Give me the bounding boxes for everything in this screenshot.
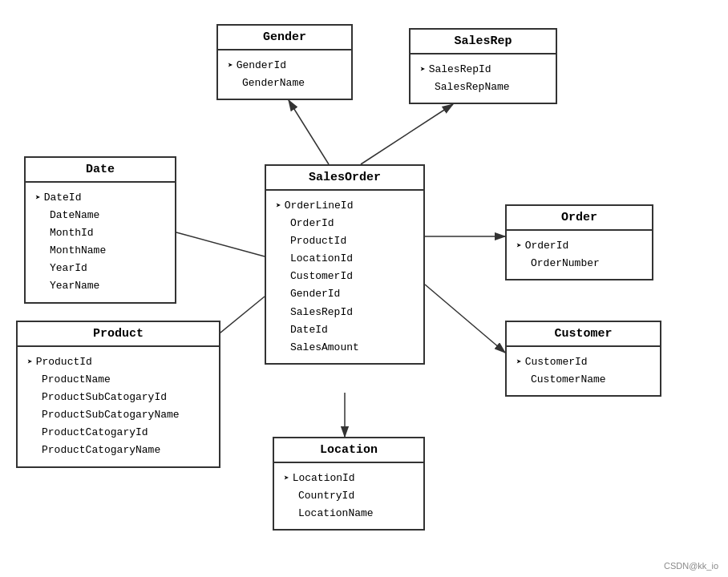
field-salesrep-id: SalesRepId [420,61,546,79]
field-customer-name: CustomerName [516,371,650,389]
field-product-catogary-id: ProductCatogaryId [27,424,209,442]
entity-salesrep-body: SalesRepId SalesRepName [411,54,556,103]
field-location-id: LocationId [276,250,414,268]
entity-salesorder-title: SalesOrder [266,166,423,191]
field-salesrep-id-fk: SalesRepId [276,304,414,321]
entity-order-body: OrderId OrderNumber [507,231,652,279]
field-order-number: OrderNumber [516,255,642,272]
field-location-name: LocationName [284,505,414,523]
entity-location-title: Location [274,438,423,463]
entity-order-title: Order [507,206,652,231]
svg-line-3 [361,104,453,164]
field-sales-amount: SalesAmount [276,339,414,357]
field-gender-id: GenderId [228,57,342,75]
entity-gender: Gender GenderId GenderName [216,24,353,100]
field-order-id-pk: OrderId [516,237,642,255]
entity-gender-title: Gender [218,26,351,50]
field-date-name: DateName [35,207,165,224]
field-salesrep-name: SalesRepName [420,79,546,96]
field-date-id-fk: DateId [276,321,414,339]
field-product-subcatogary-id: ProductSubCatogaryId [27,389,209,406]
field-customer-id-pk: CustomerId [516,353,650,371]
field-year-id: YearId [35,260,165,277]
field-gender-name: GenderName [228,75,342,92]
entity-date: Date DateId DateName MonthId MonthName Y… [24,156,176,304]
entity-product-title: Product [18,322,219,347]
field-product-name: ProductName [27,371,209,389]
entity-salesorder: SalesOrder OrderLineId OrderId ProductId… [265,164,425,365]
entity-gender-body: GenderId GenderName [218,50,351,99]
entity-salesrep: SalesRep SalesRepId SalesRepName [409,28,557,104]
entity-date-body: DateId DateName MonthId MonthName YearId… [26,183,175,302]
svg-line-7 [425,284,505,353]
svg-line-2 [289,100,329,164]
entity-date-title: Date [26,158,175,183]
entity-product: Product ProductId ProductName ProductSub… [16,321,220,468]
field-product-id: ProductId [276,232,414,250]
field-orderline-id: OrderLineId [276,197,414,215]
entity-customer-body: CustomerId CustomerName [507,347,660,395]
entity-salesrep-title: SalesRep [411,30,556,54]
entity-product-body: ProductId ProductName ProductSubCatogary… [18,347,219,466]
entity-order: Order OrderId OrderNumber [505,204,653,280]
entity-salesorder-body: OrderLineId OrderId ProductId LocationId… [266,191,423,363]
field-order-id: OrderId [276,215,414,232]
field-product-id-pk: ProductId [27,353,209,371]
field-date-id: DateId [35,189,165,207]
entity-location-body: LocationId CountryId LocationName [274,463,423,529]
entity-customer: Customer CustomerId CustomerName [505,321,661,397]
field-location-id-pk: LocationId [284,470,414,487]
watermark: CSDN@kk_io [664,561,718,571]
field-product-catogary-name: ProductCatogaryName [27,442,209,459]
field-gender-id-fk: GenderId [276,285,414,303]
svg-line-4 [176,232,265,256]
field-country-id: CountryId [284,487,414,505]
entity-location: Location LocationId CountryId LocationNa… [273,437,425,531]
entity-customer-title: Customer [507,322,660,347]
diagram-container: Gender GenderId GenderName SalesRep Sale… [0,0,728,577]
field-customer-id: CustomerId [276,268,414,285]
field-month-id: MonthId [35,224,165,242]
field-product-subcatogary-name: ProductSubCatogaryName [27,406,209,424]
field-year-name: YearName [35,277,165,295]
field-month-name: MonthName [35,242,165,260]
